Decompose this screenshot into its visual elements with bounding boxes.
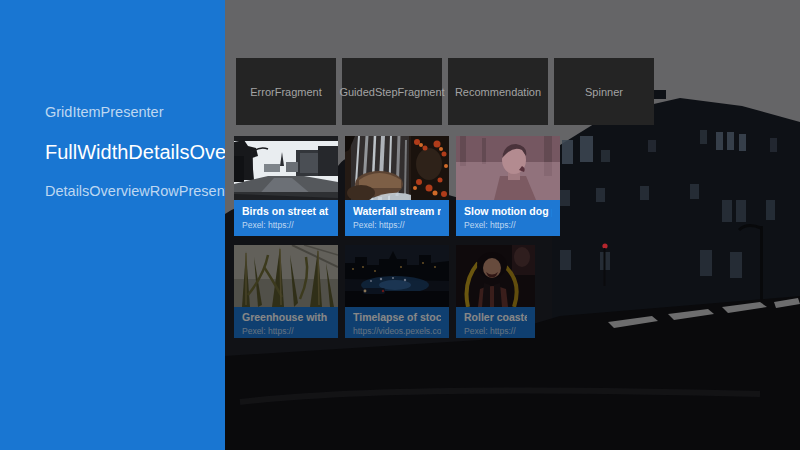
thumbnail-waterfall-image <box>345 136 449 200</box>
card-subtitle: Pexel: https:// <box>464 220 552 230</box>
card-roller-coaster[interactable]: Roller coaster Pexel: https:// <box>456 245 535 338</box>
card-greenhouse-cacti[interactable]: Greenhouse with cacti Pexel: https:// <box>234 245 338 338</box>
thumbnail-roller-coaster-image <box>456 245 535 307</box>
card-subtitle: Pexel: https:// <box>464 326 527 336</box>
card-info-area: Timelapse of stockhol… https://videos.pe… <box>345 307 449 338</box>
card-title: Greenhouse with cacti <box>242 311 330 324</box>
card-title: Birds on street at city <box>242 205 330 218</box>
sidebar-item-griditempresenter[interactable]: GridItemPresenter <box>45 104 163 120</box>
card-subtitle: Pexel: https:// <box>353 220 441 230</box>
card-info-area: Waterfall stream nature Pexel: https:// <box>345 200 449 236</box>
card-title: Waterfall stream nature <box>353 205 441 218</box>
button-recommendation[interactable]: Recommendation <box>448 58 548 125</box>
card-waterfall-stream[interactable]: Waterfall stream nature Pexel: https:// <box>345 136 449 236</box>
card-title: Slow motion dog peopl… <box>464 205 552 218</box>
card-subtitle: Pexel: https:// <box>242 220 330 230</box>
card-subtitle: https://videos.pexels.com/ <box>353 326 441 336</box>
card-info-area: Greenhouse with cacti Pexel: https:// <box>234 307 338 338</box>
thumbnail-cacti-image <box>234 245 338 307</box>
card-info-area: Birds on street at city Pexel: https:// <box>234 200 338 236</box>
thumbnail-city-street-image <box>234 136 338 200</box>
sidebar-item-detailsoverviewrow[interactable]: DetailsOverviewRowPresenter <box>45 183 225 199</box>
card-info-area: Roller coaster Pexel: https:// <box>456 307 535 338</box>
button-spinner[interactable]: Spinner <box>554 58 654 125</box>
card-title: Timelapse of stockhol… <box>353 311 441 324</box>
card-subtitle: Pexel: https:// <box>242 326 330 336</box>
headers-sidebar: GridItemPresenter FullWidthDetailsOvervi… <box>0 0 225 450</box>
thumbnail-portrait-image <box>456 136 560 200</box>
card-timelapse-stockholm[interactable]: Timelapse of stockhol… https://videos.pe… <box>345 245 449 338</box>
button-guided-step-fragment[interactable]: GuidedStepFragment <box>342 58 442 125</box>
card-info-area: Slow motion dog peopl… Pexel: https:// <box>456 200 560 236</box>
browse-screen: GridItemPresenter FullWidthDetailsOvervi… <box>0 0 800 450</box>
thumbnail-night-city-image <box>345 245 449 307</box>
card-title: Roller coaster <box>464 311 527 324</box>
card-slow-motion-dog[interactable]: Slow motion dog peopl… Pexel: https:// <box>456 136 560 236</box>
card-birds-on-street[interactable]: Birds on street at city Pexel: https:// <box>234 136 338 236</box>
button-error-fragment[interactable]: ErrorFragment <box>236 58 336 125</box>
sidebar-item-fullwidthdetails-selected[interactable]: FullWidthDetailsOverviewRowPresenter <box>45 141 225 163</box>
